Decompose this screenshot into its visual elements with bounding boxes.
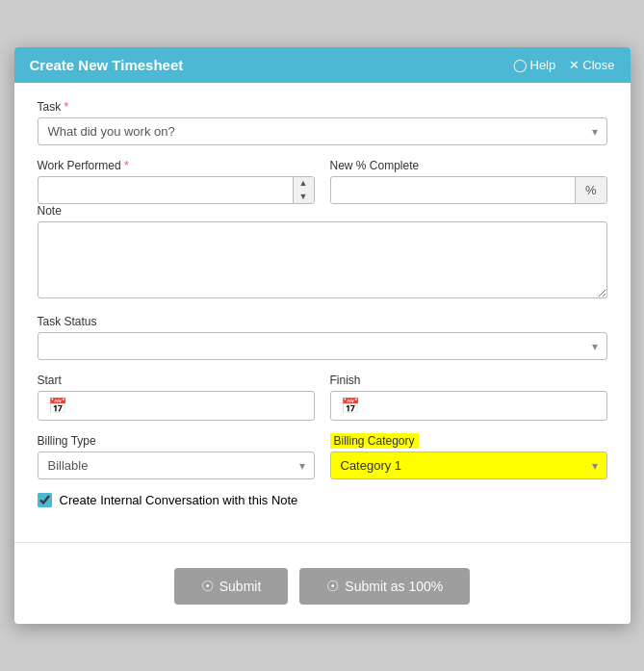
task-select[interactable]: What did you work on?	[38, 117, 607, 145]
start-finish-row: Start 📅 Finish 📅 09/25/2020	[38, 374, 607, 421]
create-timesheet-modal: Create New Timesheet ◯ Help ✕ Close Task…	[14, 47, 631, 624]
task-status-label: Task Status	[38, 315, 607, 328]
spinner-buttons: ▲ ▼	[293, 177, 314, 203]
modal-title: Create New Timesheet	[30, 57, 184, 73]
billing-category-col: Billing Category Category 1	[330, 434, 607, 479]
work-performed-wrapper: ▲ ▼	[38, 176, 315, 204]
note-textarea[interactable]	[38, 221, 607, 298]
modal-header: Create New Timesheet ◯ Help ✕ Close	[14, 47, 631, 83]
task-status-wrapper	[38, 332, 607, 360]
percent-suffix: %	[575, 177, 606, 203]
note-group: Note	[38, 204, 607, 301]
close-icon: ✕	[569, 58, 580, 72]
finish-date-wrapper: 📅 09/25/2020	[330, 391, 607, 421]
new-percent-col: New % Complete %	[330, 159, 607, 204]
billing-type-label: Billing Type	[38, 434, 315, 448]
task-group: Task * What did you work on?	[38, 100, 607, 145]
work-performed-input[interactable]	[39, 177, 293, 203]
work-performed-col: Work Performed * ▲ ▼	[38, 159, 315, 204]
work-percent-row: Work Performed * ▲ ▼ New % Complete %	[38, 159, 607, 204]
billing-category-wrapper: Category 1	[330, 452, 607, 479]
billing-type-col: Billing Type Billable	[38, 434, 315, 479]
start-label: Start	[38, 374, 315, 387]
start-calendar-icon[interactable]: 📅	[48, 397, 67, 415]
start-col: Start 📅	[38, 374, 315, 421]
task-select-wrapper: What did you work on?	[38, 117, 607, 145]
new-percent-label: New % Complete	[330, 159, 607, 172]
submit-100-button[interactable]: ☉ Submit as 100%	[299, 568, 470, 605]
conversation-checkbox[interactable]	[38, 493, 52, 507]
start-date-input[interactable]	[75, 399, 304, 413]
close-button[interactable]: ✕ Close	[569, 58, 614, 72]
spinner-down-button[interactable]: ▼	[294, 191, 314, 204]
finish-calendar-icon[interactable]: 📅	[341, 397, 360, 415]
spinner-up-button[interactable]: ▲	[294, 177, 314, 191]
help-button[interactable]: ◯ Help	[513, 58, 556, 72]
footer-divider	[14, 542, 631, 543]
modal-footer: ☉ Submit ☉ Submit as 100%	[14, 556, 631, 624]
task-status-select[interactable]	[38, 332, 607, 360]
finish-label: Finish	[330, 374, 607, 387]
conversation-checkbox-row: Create Internal Conversation with this N…	[38, 493, 607, 507]
task-label: Task *	[38, 100, 607, 114]
billing-type-select[interactable]: Billable	[38, 452, 315, 479]
header-actions: ◯ Help ✕ Close	[513, 58, 615, 72]
billing-category-select[interactable]: Category 1	[330, 452, 607, 479]
billing-type-wrapper: Billable	[38, 452, 315, 479]
percent-wrapper: %	[330, 176, 607, 204]
finish-date-input[interactable]: 09/25/2020	[368, 399, 597, 413]
note-label: Note	[38, 204, 607, 218]
submit-100-icon: ☉	[326, 578, 339, 595]
work-performed-label: Work Performed *	[38, 159, 315, 172]
finish-col: Finish 📅 09/25/2020	[330, 374, 607, 421]
help-icon: ◯	[513, 58, 528, 72]
billing-row: Billing Type Billable Billing Category C…	[38, 434, 607, 479]
modal-body: Task * What did you work on? Work Perfor…	[14, 83, 631, 538]
submit-icon: ☉	[201, 578, 214, 595]
submit-button[interactable]: ☉ Submit	[174, 568, 289, 605]
percent-input[interactable]	[331, 177, 575, 203]
start-date-wrapper: 📅	[38, 391, 315, 421]
task-status-group: Task Status	[38, 315, 607, 360]
conversation-label[interactable]: Create Internal Conversation with this N…	[60, 493, 298, 507]
billing-category-label: Billing Category	[330, 434, 607, 448]
